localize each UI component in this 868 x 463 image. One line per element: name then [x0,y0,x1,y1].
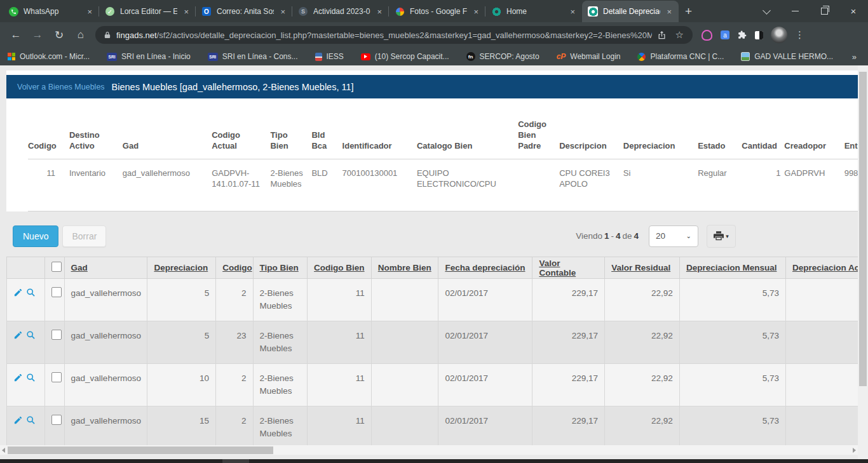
tab-actividad[interactable]: S Actividad 2023-0 × [292,1,389,22]
bookmark-gad-valle[interactable]: GAD VALLE HERMO... [741,52,833,61]
sort-link[interactable]: Depreciacion [154,263,208,272]
bookmark-cnc[interactable]: Plataforma CNC | C... [637,52,724,61]
bookmark-outlook[interactable]: Outlook.com - Micr... [8,52,90,61]
profile-avatar[interactable] [771,27,787,43]
panel-header: Volver a Bienes Muebles Bienes Muebles [… [6,75,858,98]
bookmarks-overflow-chevron[interactable]: » [852,52,860,62]
tab-close-icon[interactable]: × [569,7,576,17]
youtube-icon [361,53,370,60]
tab-close-icon[interactable]: × [182,7,190,17]
sort-link[interactable]: Tipo Bien [260,263,299,272]
column-header-codigo-bien: Codigo Bien [308,257,372,279]
cell-gad: gad_vallehermoso [64,406,147,449]
tab-close-icon[interactable]: × [86,7,93,17]
row-checkbox[interactable] [51,372,62,382]
column-header: Creadopor [784,98,844,159]
cell-valor-residual: 22,92 [605,364,680,406]
bookmark-sri-consultas[interactable]: SRISRI en Línea - Cons... [208,52,298,61]
tab-home[interactable]: Home × [485,1,582,22]
tab-lorca[interactable]: ✓ Lorca Editor — El × [99,1,196,22]
back-button[interactable]: ← [5,24,27,46]
viewing-status: Viendo1-4de4 [576,231,641,241]
column-header-tipo-bien: Tipo Bien [253,257,308,279]
sort-link[interactable]: Valor Residual [611,263,670,272]
view-magnifier-icon[interactable] [26,330,36,340]
bookmark-sercop-capacit[interactable]: (10) Sercop Capacit... [361,52,449,61]
edit-pencil-icon[interactable] [13,330,23,340]
select-all-checkbox[interactable] [51,262,62,272]
cell-dep-mensual: 5,73 [679,364,785,406]
print-button[interactable]: ▾ [707,225,736,248]
close-window-button[interactable]: × [839,0,868,22]
row-checkbox[interactable] [51,287,62,297]
reader-extension-icon[interactable] [755,31,763,39]
tab-correo[interactable]: O Correo: Anita Sos × [196,1,292,22]
pink-extension-icon[interactable] [702,30,712,41]
view-magnifier-icon[interactable] [26,373,36,382]
tab-close-icon[interactable]: × [376,7,383,17]
view-magnifier-icon[interactable] [26,288,36,297]
sort-link[interactable]: Gad [71,263,88,272]
sort-link[interactable]: Fecha depreciación [445,263,525,272]
share-icon[interactable] [657,30,667,40]
tab-close-icon[interactable]: × [665,7,673,17]
minimize-button[interactable] [780,0,810,22]
bookmark-iess[interactable]: IESS [315,52,344,61]
tab-fotos[interactable]: Fotos - Google F × [389,1,485,22]
cell-depreciacion: 15 [147,406,216,449]
cell-tipo-bien: 2-Bienes Muebles [253,364,308,406]
cell-valor-residual: 22,92 [605,279,680,321]
sort-link[interactable]: Nombre Bien [378,263,431,272]
forward-button[interactable]: → [27,24,48,46]
vertical-scrollbar[interactable] [858,65,868,459]
edit-pencil-icon[interactable] [13,373,23,382]
cell-codigo-bien: 11 [308,279,372,321]
home-button[interactable]: ⌂ [70,24,92,46]
row-checkbox[interactable] [51,330,62,340]
browser-menu-icon[interactable]: ⋮ [787,29,811,41]
sort-link[interactable]: Codigo [222,263,252,272]
horizontal-scrollbar[interactable] [0,445,858,455]
page-size-select[interactable]: 20 ⌄ [649,225,698,247]
vertical-scrollbar-thumb[interactable] [859,72,867,386]
tab-search-chevron-icon[interactable] [755,0,780,22]
tab-close-icon[interactable]: × [472,7,480,17]
printer-icon [714,231,724,241]
column-header-gad: Gad [64,257,147,279]
reload-button[interactable]: ↻ [48,24,70,46]
back-link[interactable]: Volver a Bienes Muebles [17,83,105,91]
nuevo-button[interactable]: Nuevo [13,225,58,247]
tab-detalle-depreciacion[interactable]: Detalle Depreciac × [582,1,679,22]
bookmark-sercop-agosto[interactable]: fnSERCOP: Agosto [466,52,539,61]
horizontal-scrollbar-thumb[interactable] [8,446,273,454]
chevron-down-icon: ⌄ [686,232,691,239]
bookmark-sri-inicio[interactable]: SRISRI en Línea - Inicio [107,52,191,61]
translate-extension-icon[interactable]: a [721,30,729,39]
sort-link[interactable]: Valor Contable [539,258,576,278]
edit-pencil-icon[interactable] [13,288,23,297]
sort-link[interactable]: Depreciacion Acu [792,263,865,272]
extensions-puzzle-icon[interactable] [738,30,747,39]
edit-pencil-icon[interactable] [13,415,23,425]
address-bar[interactable]: fingads.net/sf2/activos/detalle_deprecia… [95,26,693,44]
scroll-left-arrow-icon[interactable] [2,448,5,453]
bookmark-webmail[interactable]: cPWebmail Login [557,52,621,61]
cell-entidad: 998 [844,159,858,211]
row-checkbox[interactable] [51,415,62,425]
restore-button[interactable] [810,0,839,22]
new-tab-button[interactable]: + [679,4,701,22]
sort-link[interactable]: Depreciacion Mensual [686,263,777,272]
master-header-row: Codigo Destino Activo Gad Codigo Actual … [28,98,858,159]
bookmark-star-icon[interactable]: ☆ [675,29,684,41]
cell-gad: gad_vallehermoso [64,279,147,321]
tab-whatsapp[interactable]: WhatsApp × [3,1,99,22]
borrar-button[interactable]: Borrar [62,225,106,247]
tab-title: Lorca Editor — El [120,7,177,16]
cell-codigo-bien: 11 [308,406,372,449]
sort-link[interactable]: Codigo Bien [314,263,365,272]
sri-icon: SRI [208,53,218,61]
cell-catalogo-bien: EQUIPO ELECTRONICO/CPU [417,159,518,211]
view-magnifier-icon[interactable] [26,415,36,425]
scroll-right-arrow-icon[interactable] [853,448,856,453]
tab-close-icon[interactable]: × [279,7,287,17]
